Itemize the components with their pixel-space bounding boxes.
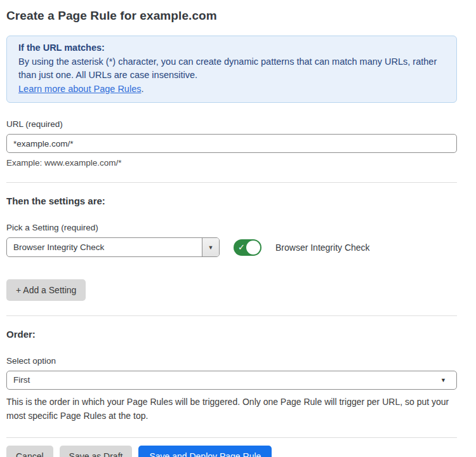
url-input[interactable] (6, 134, 457, 153)
chevron-down-icon: ▼ (208, 244, 214, 251)
setting-row: Browser Integrity Check ▼ ✓ Browser Inte… (6, 237, 457, 257)
info-box-link-line: Learn more about Page Rules. (18, 83, 445, 96)
setting-dropdown-value: Browser Integrity Check (7, 238, 202, 256)
order-helper-text: This is the order in which your Page Rul… (6, 395, 457, 423)
url-field-label: URL (required) (6, 119, 457, 129)
divider-settings (6, 182, 457, 183)
pick-setting-label: Pick a Setting (required) (6, 223, 457, 232)
url-example-helper: Example: www.example.com/* (6, 158, 457, 168)
setting-dropdown-arrow-button[interactable]: ▼ (202, 238, 219, 256)
chevron-down-icon: ▼ (440, 371, 446, 389)
cancel-button[interactable]: Cancel (6, 446, 53, 457)
setting-toggle[interactable]: ✓ (234, 239, 261, 256)
order-select-value: First (13, 375, 30, 385)
save-as-draft-button[interactable]: Save as Draft (60, 446, 133, 457)
info-box-heading: If the URL matches: (18, 41, 445, 55)
create-page-rule-panel: Create a Page Rule for example.com If th… (0, 0, 470, 457)
toggle-knob (246, 241, 260, 255)
page-title: Create a Page Rule for example.com (6, 9, 457, 23)
settings-section-heading: Then the settings are: (6, 195, 457, 206)
order-select[interactable]: First ▼ (6, 371, 457, 390)
divider-footer (6, 437, 457, 438)
check-icon: ✓ (238, 243, 245, 251)
setting-dropdown[interactable]: Browser Integrity Check ▼ (6, 237, 220, 257)
order-section-heading: Order: (6, 329, 457, 340)
learn-more-link[interactable]: Learn more about Page Rules (18, 84, 141, 94)
save-and-deploy-button[interactable]: Save and Deploy Page Rule (138, 446, 272, 457)
divider-order (6, 315, 457, 316)
url-match-info-box: If the URL matches: By using the asteris… (6, 36, 457, 103)
setting-toggle-label: Browser Integrity Check (275, 242, 370, 253)
footer-actions: Cancel Save as Draft Save and Deploy Pag… (6, 446, 457, 457)
order-select-label: Select option (6, 356, 457, 366)
info-box-body: By using the asterisk (*) character, you… (18, 55, 445, 83)
add-setting-button[interactable]: + Add a Setting (6, 279, 86, 301)
link-suffix: . (141, 84, 143, 94)
